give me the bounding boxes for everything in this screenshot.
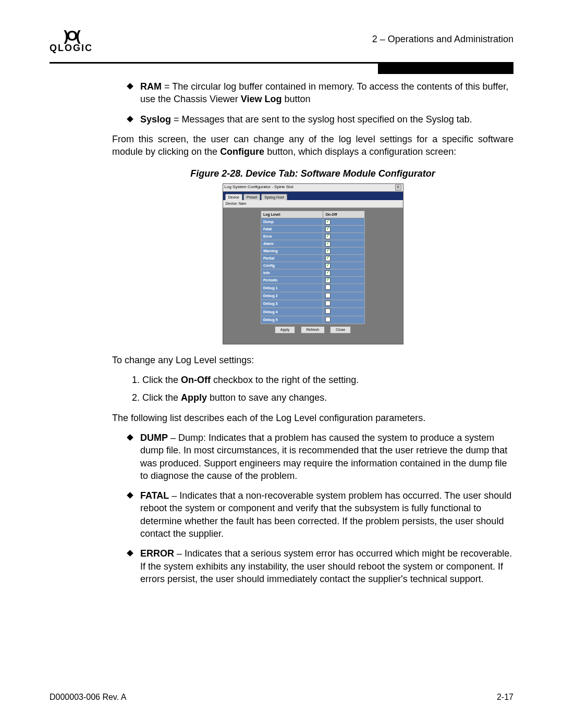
table-row: Dump✓ bbox=[261, 218, 364, 226]
logo-glyph-icon: )O( bbox=[50, 29, 93, 43]
table-row: Warning✓ bbox=[261, 248, 364, 255]
device-subheader: Device: Nam bbox=[223, 200, 403, 207]
checkbox-icon[interactable]: ✓ bbox=[325, 256, 331, 261]
close-button[interactable]: Close bbox=[330, 326, 351, 333]
checkbox-icon[interactable] bbox=[325, 317, 331, 322]
checkbox-icon[interactable] bbox=[325, 293, 331, 298]
list-item: FATAL – Indicates that a non-recoverable… bbox=[128, 489, 513, 540]
table-row: Alarm✓ bbox=[261, 240, 364, 248]
page-header: )O( QLOGIC 2 – Operations and Administra… bbox=[50, 29, 513, 53]
log-level-label: Warning bbox=[261, 248, 323, 255]
table-row: Partial✓ bbox=[261, 255, 364, 262]
tab-syslog-host[interactable]: Syslog Host bbox=[261, 194, 287, 200]
log-level-label: Fatal bbox=[261, 226, 323, 233]
log-level-label: Debug 4 bbox=[261, 308, 323, 316]
section-title: 2 – Operations and Administration bbox=[372, 34, 513, 45]
term: RAM bbox=[140, 81, 162, 92]
checkbox-icon[interactable]: ✓ bbox=[325, 263, 331, 268]
log-level-label: Debug 1 bbox=[261, 284, 323, 292]
table-row: Debug 2 bbox=[261, 292, 364, 300]
log-level-label: Debug 2 bbox=[261, 292, 323, 300]
on-off-cell: ✓ bbox=[323, 269, 365, 277]
page: )O( QLOGIC 2 – Operations and Administra… bbox=[0, 0, 563, 728]
on-off-cell: ✓ bbox=[323, 226, 365, 233]
table-row: Debug 4 bbox=[261, 308, 364, 316]
params-intro: The following list describes each of the… bbox=[112, 412, 513, 424]
figure-caption: Figure 2-28. Device Tab: Software Module… bbox=[112, 167, 513, 180]
page-footer: D000003-006 Rev. A 2-17 bbox=[50, 693, 513, 702]
on-off-cell bbox=[323, 316, 365, 324]
step-item: Click the On-Off checkbox to the right o… bbox=[142, 374, 513, 386]
close-icon[interactable]: x bbox=[395, 184, 401, 191]
table-row: Config✓ bbox=[261, 262, 364, 269]
on-off-cell bbox=[323, 292, 365, 300]
checkbox-icon[interactable] bbox=[325, 301, 331, 306]
checkbox-icon[interactable]: ✓ bbox=[325, 234, 331, 239]
log-level-table: Log Level On-Off Dump✓Fatal✓Error✓Alarm✓… bbox=[261, 211, 365, 325]
figure-button-row: Apply Refresh Close bbox=[223, 326, 403, 333]
tab-device[interactable]: Device bbox=[225, 194, 242, 200]
params-list: DUMP – Dump: Indicates that a problem ha… bbox=[128, 431, 513, 585]
checkbox-icon[interactable]: ✓ bbox=[325, 278, 331, 283]
checkbox-icon[interactable] bbox=[325, 309, 331, 314]
log-level-label: Error bbox=[261, 233, 323, 240]
list-item: Syslog = Messages that are sent to the s… bbox=[128, 113, 513, 126]
window-title: Log System Configurator - Spine Slot bbox=[225, 184, 293, 191]
figure-screenshot: Log System Configurator - Spine Slot x D… bbox=[223, 183, 403, 344]
steps-intro: To change any Log Level settings: bbox=[112, 354, 513, 366]
col-on-off: On-Off bbox=[323, 211, 365, 218]
logo-text: QLOGIC bbox=[50, 43, 93, 53]
checkbox-icon[interactable]: ✓ bbox=[325, 249, 331, 254]
on-off-cell bbox=[323, 300, 365, 307]
footer-doc-id: D000003-006 Rev. A bbox=[50, 693, 126, 702]
log-level-label: Debug 3 bbox=[261, 300, 323, 307]
table-row: Error✓ bbox=[261, 233, 364, 240]
footer-page-number: 2-17 bbox=[497, 693, 513, 702]
list-item: DUMP – Dump: Indicates that a problem ha… bbox=[128, 431, 513, 482]
log-level-label: Alarm bbox=[261, 240, 323, 248]
tab-strip: Device Preset Syslog Host bbox=[223, 192, 403, 200]
list-item: RAM = The circular log buffer contained … bbox=[128, 80, 513, 106]
header-black-bar bbox=[378, 64, 513, 74]
list-item: ERROR – Indicates that a serious system … bbox=[128, 547, 513, 585]
tab-preset[interactable]: Preset bbox=[243, 194, 260, 200]
refresh-button[interactable]: Refresh bbox=[301, 326, 325, 333]
definition-list: RAM = The circular log buffer contained … bbox=[128, 80, 513, 126]
log-level-label: Config bbox=[261, 262, 323, 269]
checkbox-icon[interactable]: ✓ bbox=[325, 241, 331, 246]
on-off-cell: ✓ bbox=[323, 218, 365, 226]
log-level-label: Dump bbox=[261, 218, 323, 226]
on-off-cell bbox=[323, 284, 365, 292]
on-off-cell: ✓ bbox=[323, 233, 365, 240]
table-row: Info✓ bbox=[261, 269, 364, 277]
table-row: Fatal✓ bbox=[261, 226, 364, 233]
log-level-label: Info bbox=[261, 269, 323, 277]
window-titlebar: Log System Configurator - Spine Slot x bbox=[223, 184, 403, 192]
brand-logo: )O( QLOGIC bbox=[50, 29, 93, 53]
body-content: RAM = The circular log buffer contained … bbox=[112, 80, 513, 585]
table-row: Debug 3 bbox=[261, 300, 364, 307]
on-off-cell: ✓ bbox=[323, 255, 365, 262]
checkbox-icon[interactable]: ✓ bbox=[325, 270, 331, 276]
apply-button[interactable]: Apply bbox=[275, 326, 296, 333]
on-off-cell: ✓ bbox=[323, 248, 365, 255]
checkbox-icon[interactable] bbox=[325, 285, 331, 290]
checkbox-icon[interactable]: ✓ bbox=[325, 227, 331, 232]
log-level-label: Periodic bbox=[261, 277, 323, 284]
steps-list: Click the On-Off checkbox to the right o… bbox=[112, 374, 513, 404]
table-row: Periodic✓ bbox=[261, 277, 364, 284]
on-off-cell: ✓ bbox=[323, 240, 365, 248]
on-off-cell bbox=[323, 308, 365, 316]
log-level-label: Partial bbox=[261, 255, 323, 262]
on-off-cell: ✓ bbox=[323, 277, 365, 284]
table-row: Debug 1 bbox=[261, 284, 364, 292]
step-item: Click the Apply button to save any chang… bbox=[142, 391, 513, 404]
intro-paragraph: From this screen, the user can change an… bbox=[112, 133, 513, 158]
checkbox-icon[interactable]: ✓ bbox=[325, 219, 331, 225]
col-log-level: Log Level bbox=[261, 211, 323, 218]
log-level-label: Debug 5 bbox=[261, 316, 323, 324]
table-row: Debug 5 bbox=[261, 316, 364, 324]
term: Syslog bbox=[140, 114, 171, 125]
on-off-cell: ✓ bbox=[323, 262, 365, 269]
